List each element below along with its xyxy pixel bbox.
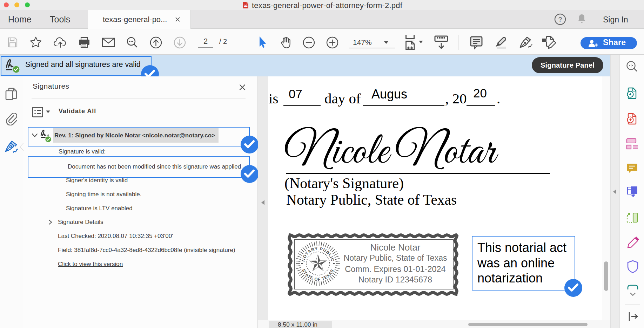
svg-text:?: ? — [558, 16, 562, 23]
svg-text:PDF: PDF — [243, 4, 248, 7]
